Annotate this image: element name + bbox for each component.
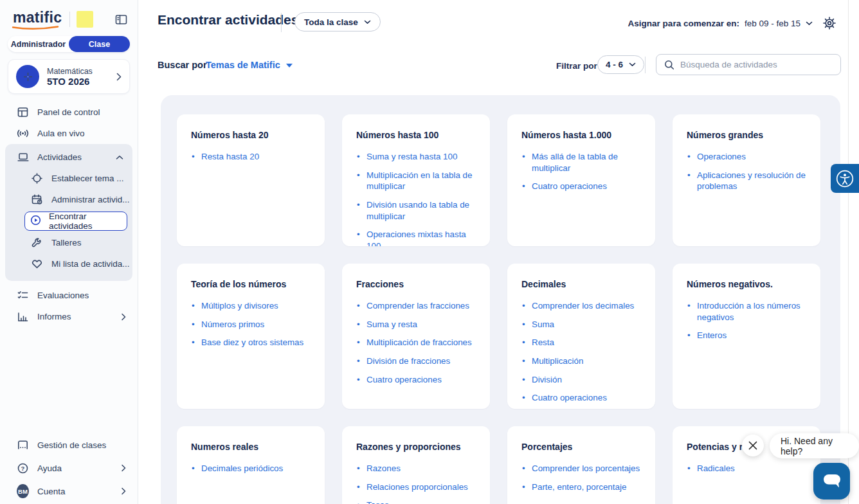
sidebar-item-label: Actividades — [37, 152, 82, 162]
search-input[interactable] — [680, 60, 833, 69]
sidebar-item-mi-lista[interactable]: Mi lista de activida... — [5, 253, 132, 274]
logo-text: matific — [13, 9, 62, 26]
topic-link[interactable]: Tasas — [366, 500, 389, 504]
sidebar-item-label: Encontrar actividades — [49, 212, 127, 231]
search-by-dropdown[interactable]: Temas de Matific — [206, 60, 293, 70]
sidebar-item-label: Informes — [37, 312, 71, 321]
topic-link[interactable]: Multiplicación en la tabla de multiplica… — [366, 170, 473, 192]
date-range-dropdown[interactable] — [806, 21, 813, 26]
sidebar-item-panel-de-control[interactable]: Panel de control — [0, 102, 138, 123]
class-selector-dropdown[interactable]: Toda la clase — [294, 12, 381, 32]
activity-search[interactable] — [656, 54, 841, 75]
list-item: Razones — [356, 463, 476, 474]
logo-divider — [69, 12, 70, 27]
topic-link[interactable]: Múltiplos y divisores — [201, 301, 278, 310]
chat-launcher-button[interactable] — [813, 463, 850, 500]
gear-icon — [823, 17, 836, 30]
sidebar-item-ayuda[interactable]: ? Ayuda — [0, 456, 138, 480]
sidebar-item-evaluaciones[interactable]: Evaluaciones — [0, 285, 138, 306]
sidebar-item-talleres[interactable]: Talleres — [5, 232, 132, 253]
topic-link[interactable]: Introducción a los números negativos — [697, 301, 800, 322]
topic-link[interactable]: Suma y resta hasta 100 — [366, 152, 457, 161]
class-texts: Matemáticas 5TO 2026 — [47, 67, 93, 87]
chat-greeting-text: Hi. Need any help? — [781, 436, 848, 456]
chat-dismiss-button[interactable] — [742, 435, 764, 456]
chevron-down-icon — [806, 21, 813, 26]
topic-title: Razones y proporciones — [356, 442, 476, 452]
list-item: Introducción a los números negativos — [687, 300, 806, 323]
topic-link[interactable]: Suma — [532, 320, 554, 329]
topic-link[interactable]: Comprender los decimales — [532, 301, 634, 310]
topic-link[interactable]: Operaciones mixtas hasta 100 — [366, 230, 466, 246]
list-item: Parte, entero, porcentaje — [521, 482, 641, 493]
matific-logo[interactable]: matific — [13, 9, 62, 30]
topic-title: Números negativos. — [687, 279, 806, 289]
date-range-value[interactable]: feb 09 - feb 15 — [745, 19, 800, 28]
topic-card-numeros-grandes: Números grandes Operaciones Aplicaciones… — [673, 114, 820, 246]
sidebar-item-label: Panel de control — [37, 107, 100, 117]
topic-title: Números grandes — [687, 130, 806, 140]
topic-card-fracciones: Fracciones Comprender las fracciones Sum… — [342, 264, 490, 409]
topic-link[interactable]: División usando la tabla de multiplicar — [366, 200, 469, 221]
topic-card-numeros-hasta-100: Números hasta 100 Suma y resta hasta 100… — [342, 114, 490, 246]
workspace-tabs: Administrador Clase — [8, 36, 130, 52]
topic-card-teoria-de-los-numeros: Teoría de los números Múltiplos y diviso… — [177, 264, 325, 409]
sidebar-item-establecer-tema[interactable]: Establecer tema ... — [5, 168, 132, 189]
topic-link[interactable]: División — [532, 375, 562, 384]
topic-title: Porcentajes — [521, 442, 641, 452]
topic-link[interactable]: Enteros — [697, 330, 727, 340]
logo-row: matific — [0, 8, 138, 31]
topic-link[interactable]: Base diez y otros sistemas — [201, 338, 303, 347]
settings-button[interactable] — [823, 17, 836, 30]
sidebar-item-informes[interactable]: Informes — [0, 306, 138, 327]
sidebar-item-actividades[interactable]: Actividades — [5, 147, 132, 168]
topic-link[interactable]: Multiplicación — [532, 356, 583, 366]
list-item: Decimales periódicos — [191, 463, 311, 474]
topic-link[interactable]: Relaciones proporcionales — [366, 482, 468, 492]
sidebar-item-label: Gestión de clases — [37, 440, 106, 450]
topic-link[interactable]: Razones — [366, 464, 401, 473]
tab-administrador[interactable]: Administrador — [8, 36, 69, 52]
chevron-right-icon — [122, 487, 126, 495]
topic-link[interactable]: Parte, entero, porcentaje — [532, 482, 626, 492]
list-item: Base diez y otros sistemas — [191, 337, 311, 348]
topic-link[interactable]: Cuatro operaciones — [532, 181, 607, 191]
sidebar-item-administrar-actividades[interactable]: Administrar activid... — [5, 189, 132, 210]
topic-link[interactable]: Resta hasta 20 — [201, 152, 259, 161]
accessibility-widget-button[interactable] — [831, 164, 859, 193]
sidebar-item-label: Evaluaciones — [37, 291, 89, 300]
topic-link[interactable]: Resta — [532, 338, 554, 347]
topic-link[interactable]: Comprender las fracciones — [366, 301, 469, 310]
topic-link[interactable]: Radicales — [697, 464, 735, 473]
class-card[interactable]: Matemáticas 5TO 2026 — [8, 59, 130, 94]
topic-link[interactable]: Decimales periódicos — [201, 464, 283, 473]
topic-link[interactable]: División de fracciones — [366, 356, 450, 366]
tab-clase[interactable]: Clase — [69, 36, 130, 52]
magnifier-icon — [664, 60, 674, 70]
topic-link[interactable]: Operaciones — [697, 152, 746, 161]
grade-filter-dropdown[interactable]: 4 - 6 — [597, 55, 644, 74]
topic-card-razones-y-proporciones: Razones y proporciones Razones Relacione… — [342, 426, 490, 504]
sidebar-item-gestion-de-clases[interactable]: Gestión de clases — [0, 433, 138, 456]
sidebar-item-label: Cuenta — [37, 487, 66, 496]
list-item: División de fracciones — [356, 356, 476, 367]
sidebar-item-encontrar-actividades[interactable]: Encontrar actividades — [24, 212, 127, 231]
heart-icon — [32, 259, 42, 269]
topic-link[interactable]: Números primos — [201, 320, 264, 329]
topic-link[interactable]: Multiplicación de fracciones — [366, 338, 472, 347]
topic-link[interactable]: Cuatro operaciones — [366, 375, 442, 384]
topic-link[interactable]: Comprender los porcentajes — [532, 464, 640, 473]
topic-link[interactable]: Cuatro operaciones — [532, 393, 607, 402]
topics-panel: Números hasta 20 Resta hasta 20 Números … — [161, 95, 840, 504]
topic-title: Decimales — [521, 279, 641, 289]
topic-link[interactable]: Suma y resta — [366, 320, 417, 329]
list-item: Resta hasta 20 — [191, 151, 311, 163]
collapse-sidebar-button[interactable] — [115, 14, 127, 25]
topic-title: Números hasta 1.000 — [521, 130, 641, 140]
list-item: Enteros — [687, 330, 806, 341]
topic-link[interactable]: Más allá de la tabla de multiplicar — [532, 152, 618, 173]
chat-greeting-bubble[interactable]: Hi. Need any help? — [770, 433, 859, 458]
sidebar-item-aula-en-vivo[interactable]: Aula en vivo — [0, 123, 138, 144]
sidebar-item-cuenta[interactable]: BM Cuenta — [0, 480, 138, 503]
topic-link[interactable]: Aplicaciones y resolución de problemas — [697, 170, 806, 192]
